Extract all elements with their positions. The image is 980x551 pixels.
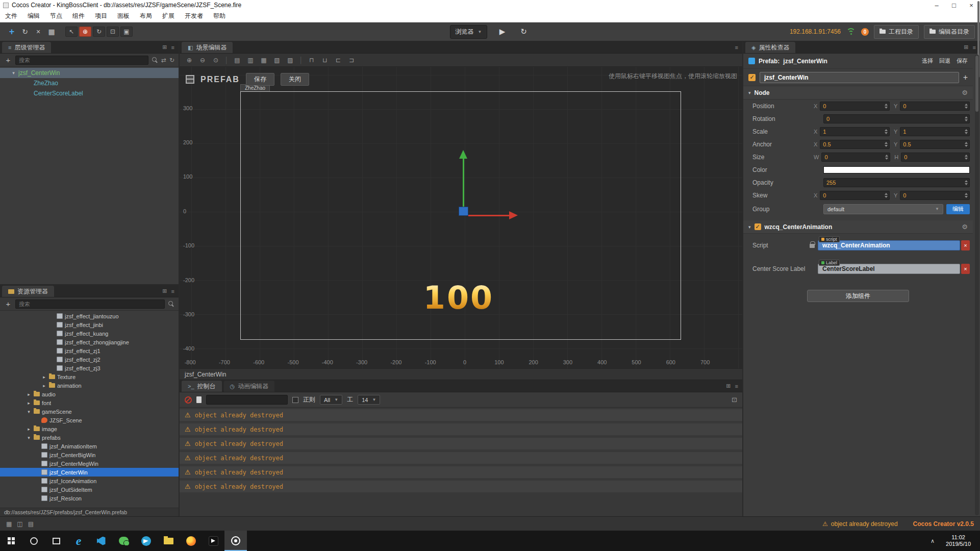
asset-tree-item[interactable]: jzsf_effect_jinbi xyxy=(0,320,179,329)
panel-menu-icon[interactable]: ≡ xyxy=(973,44,976,51)
active-app-taskbar-button[interactable] xyxy=(224,531,247,551)
menu-item[interactable]: 布局 xyxy=(135,10,157,22)
wechat-taskbar-button[interactable] xyxy=(112,531,135,551)
console-warning-row[interactable]: ⚠ object already destroyed xyxy=(180,409,742,421)
skew-x-stepper[interactable] xyxy=(820,191,890,200)
open-log-file-icon[interactable] xyxy=(196,396,202,403)
menu-item[interactable]: 面板 xyxy=(112,10,135,22)
panel-layout-icon[interactable]: ⊞ xyxy=(162,288,167,294)
asset-tree-item[interactable]: jzsf_ResIcon xyxy=(0,494,179,503)
scale-y-stepper[interactable] xyxy=(900,127,970,136)
skew-x-input[interactable] xyxy=(820,191,890,200)
gear-icon[interactable]: ⚙ xyxy=(962,223,968,231)
hierarchy-search-input[interactable] xyxy=(15,56,148,65)
rect-tool-button[interactable]: ⊡ xyxy=(107,27,119,37)
log-level-dropdown[interactable]: All ▼ xyxy=(320,395,342,405)
panel-layout-icon[interactable]: ⊞ xyxy=(162,44,167,51)
asset-tree-item[interactable]: jzsf_effect_jiantouzuo xyxy=(0,312,179,320)
asset-tree-item[interactable]: jzsf_effect_kuang xyxy=(0,329,179,338)
notification-badge[interactable]: 0 xyxy=(861,28,869,36)
remove-reference-button[interactable]: × xyxy=(961,264,970,274)
cortana-search-button[interactable] xyxy=(22,531,45,551)
clear-console-icon[interactable] xyxy=(185,396,192,404)
expand-console-icon[interactable]: ⊡ xyxy=(732,396,737,404)
create-node-button[interactable]: + xyxy=(4,56,12,64)
tree-arrow-icon[interactable]: ▾ xyxy=(26,435,32,440)
gizmo-y-axis-arrow[interactable] xyxy=(459,150,467,159)
tree-arrow-icon[interactable]: ▸ xyxy=(26,427,32,432)
zoom-out-icon[interactable]: ⊖ xyxy=(198,57,207,64)
console-warning-row[interactable]: ⚠ object already destroyed xyxy=(180,423,742,435)
scale-y-input[interactable] xyxy=(900,127,970,136)
asset-tree-item[interactable]: jzsf_OutSideItem xyxy=(0,485,179,494)
project-dir-button[interactable]: 工程目录 xyxy=(874,25,919,39)
sync-selection-icon[interactable]: ⇄ xyxy=(161,57,166,64)
opacity-input[interactable] xyxy=(823,178,970,187)
asset-tree-item[interactable]: jzsf_effect_zj1 xyxy=(0,346,179,355)
minimize-button[interactable]: – xyxy=(928,2,945,9)
tab-scene-editor[interactable]: ◧ 场景编辑器 xyxy=(182,42,233,53)
panel-menu-icon[interactable]: ≡ xyxy=(171,44,174,51)
asset-tree-item[interactable]: jzsf_CenterBigWin xyxy=(0,450,179,459)
align-hcenter-icon[interactable]: ▨ xyxy=(286,57,295,64)
rotate-tool-button[interactable]: ↻ xyxy=(93,27,105,37)
tab-animation-editor[interactable]: ◷ 动画编辑器 xyxy=(224,381,275,392)
gizmo-x-axis-line[interactable] xyxy=(468,215,509,216)
refresh-icon[interactable]: ↻ xyxy=(169,57,174,64)
anchor-x-input[interactable] xyxy=(820,140,890,149)
color-swatch[interactable] xyxy=(823,166,970,173)
font-size-dropdown[interactable]: 14 ▼ xyxy=(358,395,380,405)
asset-tree-item[interactable]: ▸ animation xyxy=(0,381,179,390)
group-dropdown[interactable]: default ▼ xyxy=(823,204,943,214)
align-vcenter-icon[interactable]: ▥ xyxy=(246,57,255,64)
size-h-input[interactable] xyxy=(901,153,970,162)
telegram-taskbar-button[interactable] xyxy=(135,531,157,551)
add-node-icon[interactable]: + xyxy=(5,26,18,38)
add-icon[interactable]: + xyxy=(963,73,968,82)
play-button[interactable]: ▶ xyxy=(495,27,509,36)
edge-taskbar-button[interactable]: e xyxy=(67,531,90,551)
position-y-stepper[interactable] xyxy=(900,102,970,111)
close-icon[interactable]: × xyxy=(32,26,45,38)
scale-x-stepper[interactable] xyxy=(820,127,890,136)
rotation-stepper[interactable] xyxy=(823,114,970,123)
remove-reference-button[interactable]: × xyxy=(961,240,970,251)
menu-item[interactable]: 开发者 xyxy=(180,10,208,22)
size-w-input[interactable] xyxy=(821,153,890,162)
tree-arrow-icon[interactable]: ▾ xyxy=(11,70,16,76)
capcut-taskbar-button[interactable] xyxy=(202,531,224,551)
panel-menu-icon[interactable]: ≡ xyxy=(735,44,738,51)
component-section-header[interactable]: ▾ ✓ wzcq_CenterAnimation ⚙ xyxy=(743,220,973,234)
maximize-button[interactable]: □ xyxy=(945,2,963,9)
add-component-button[interactable]: 添加组件 xyxy=(807,290,909,302)
panel-layout-icon[interactable]: ⊞ xyxy=(964,44,968,51)
separator[interactable]: │ xyxy=(299,57,303,64)
distribute-bottom-icon[interactable]: ⊔ xyxy=(320,57,330,64)
start-button[interactable] xyxy=(0,531,22,551)
layout-grid-icon[interactable]: ▦ xyxy=(6,520,12,528)
prefab-save-button[interactable]: 保存 xyxy=(957,57,968,65)
asset-tree-item[interactable]: jzsf_effect_zj2 xyxy=(0,355,179,364)
explorer-taskbar-button[interactable] xyxy=(157,531,180,551)
menu-item[interactable]: 节点 xyxy=(45,10,67,22)
taskbar-clock[interactable]: 11:02 2019/5/10 xyxy=(940,534,977,547)
asset-tree-item[interactable]: ▸ audio xyxy=(0,390,179,398)
scale-x-input[interactable] xyxy=(820,127,890,136)
asset-tree-item[interactable]: jzsf_AnimationItem xyxy=(0,442,179,450)
zoom-in-icon[interactable]: ⊕ xyxy=(185,57,194,64)
asset-tree-item[interactable]: ▾ gameScene xyxy=(0,407,179,416)
console-filter-input[interactable] xyxy=(206,395,288,405)
menu-item[interactable]: 帮助 xyxy=(208,10,231,22)
close-prefab-button[interactable]: 关闭 xyxy=(281,73,309,86)
search-icon[interactable] xyxy=(168,300,174,307)
score-label-node[interactable]: 100 xyxy=(423,279,494,316)
hierarchy-node-centerscorelabel[interactable]: CenterScoreLabel xyxy=(0,88,179,98)
gizmo-pivot-button[interactable]: ▣ xyxy=(120,27,133,37)
menu-item[interactable]: 组件 xyxy=(67,10,90,22)
regex-checkbox[interactable] xyxy=(292,397,298,403)
layout-split-icon[interactable]: ◫ xyxy=(17,520,22,528)
position-x-stepper[interactable] xyxy=(820,102,890,111)
rotation-input[interactable] xyxy=(823,114,970,123)
size-h-stepper[interactable] xyxy=(901,153,970,162)
firefox-taskbar-button[interactable] xyxy=(180,531,202,551)
